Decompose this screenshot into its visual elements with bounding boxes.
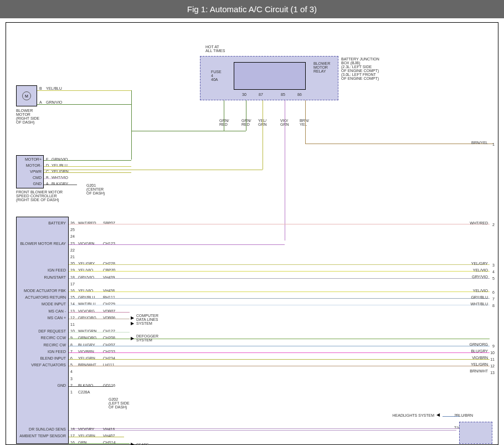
pin-name: IGN FEED	[17, 350, 66, 354]
bjb-label: BATTERY JUNCTION BOX (BJB) (2.3L: LEFT S…	[341, 57, 379, 80]
wire	[37, 104, 131, 105]
pin-name: MODE ACTUATOR FBK	[17, 289, 66, 293]
wire	[37, 90, 131, 91]
fuse-label: FUSE 4 40A	[211, 70, 222, 81]
wire	[131, 90, 132, 160]
blower-motor-box: M	[16, 85, 37, 106]
computer-system-label: COMPUTER DATA LINES SYSTEM	[136, 314, 158, 325]
right-color: YEL/VIO	[473, 289, 488, 293]
wire	[305, 144, 493, 144]
right-num: 10	[490, 351, 495, 355]
relay-pin: 86	[297, 93, 302, 96]
wire	[71, 428, 459, 429]
wire	[224, 100, 224, 131]
wire	[69, 264, 490, 265]
pin-name: DR SUNLOAD SENS	[17, 427, 66, 431]
wire	[443, 416, 459, 417]
wire-id: C228A	[78, 390, 90, 394]
right-num: 6	[492, 290, 495, 294]
arrow-icon: ◀	[436, 412, 440, 417]
pin: B	[39, 86, 42, 90]
right-color: YEL/GRY	[471, 262, 488, 265]
relay-label: BLOWER MOTOR RELAY	[313, 62, 330, 73]
bottom-right-box	[459, 422, 492, 444]
wire	[69, 443, 130, 444]
right-color: YEL/GRN	[471, 362, 488, 366]
pin: 11	[70, 323, 75, 326]
wire	[69, 352, 490, 353]
right-num: 8	[492, 304, 495, 308]
wire	[44, 170, 263, 170]
page-title: Fig 1: Automatic A/C Circuit (1 of 3)	[0, 0, 504, 18]
right-num: 3	[492, 263, 495, 267]
right-num: 4	[492, 270, 495, 274]
right-color: WHT/BLU	[471, 302, 488, 306]
pin: 1	[70, 390, 73, 394]
pin: 22	[70, 248, 75, 252]
pin-name: VREF ACTUATORS	[17, 363, 66, 367]
pin-name: MOTOR+	[17, 157, 42, 161]
pin-name: RUN/START	[17, 275, 66, 279]
wiring-diagram: HOT AT ALL TIMES BLOWER MOTOR RELAY BATT…	[6, 22, 498, 445]
right-color: YEL/VIO	[473, 268, 488, 272]
right-color: GRN/ORG	[470, 342, 488, 346]
right-color: WHT/RED	[470, 221, 488, 225]
wire	[69, 359, 490, 360]
pin-name: VPWR	[17, 170, 42, 173]
relay-pin: 30	[242, 93, 246, 96]
relay-color: BRN/ YEL	[300, 119, 309, 126]
wire	[44, 166, 131, 167]
pin-name: DEF REQUEST	[17, 329, 66, 333]
right-color: VIO/BRN	[472, 356, 488, 360]
gnd-label: G201 (CENTER OF DASH)	[86, 183, 105, 195]
right-color: GRY/VIO	[472, 275, 488, 279]
pin-name: BLOWER MOTOR RELAY	[17, 242, 66, 245]
wire	[69, 430, 456, 431]
relay-pin: 87	[259, 93, 263, 96]
wire	[69, 386, 113, 387]
defogger-system-label: DEFOGGER SYSTEM	[136, 334, 158, 342]
wire	[69, 271, 490, 272]
right-num: 13	[490, 371, 495, 375]
arrow-icon: ▶	[131, 336, 134, 341]
pin-name: MOTOR-	[17, 163, 42, 167]
pin-name: RECIRC CW	[17, 343, 66, 347]
wire	[285, 100, 285, 241]
pin-name: BATTERY	[17, 221, 66, 225]
right-num: 1	[492, 142, 495, 146]
wire	[263, 100, 263, 170]
pin-name: MS CAN -	[17, 309, 66, 313]
right-num: 12	[490, 364, 495, 368]
relay-pin: 85	[281, 93, 285, 96]
wire	[305, 100, 306, 144]
motor-icon: M	[22, 91, 31, 100]
pin-name: GND	[17, 182, 42, 186]
wire	[44, 178, 66, 179]
arrow-icon: ▶	[131, 442, 134, 445]
arrow-icon: ▶	[131, 321, 134, 326]
right-num: 5	[492, 277, 495, 280]
gnd2-label: G202 (LEFT SIDE OF DASH)	[109, 397, 130, 409]
seats-label: SEATS	[136, 443, 148, 445]
wire	[44, 160, 131, 161]
wire	[69, 305, 490, 305]
right-color: BRN/WHT	[470, 369, 488, 373]
right-color: BRN/YEL	[471, 141, 488, 145]
headlights-label: HEADLIGHTS SYSTEM	[393, 413, 434, 417]
wire	[69, 278, 490, 279]
wire-color: YEL/BLU	[46, 86, 62, 90]
wire	[44, 172, 131, 173]
wire	[69, 244, 285, 245]
pin: A	[39, 100, 42, 104]
wire	[69, 298, 490, 299]
wire	[69, 291, 490, 292]
pin-name: RECIRC CCW	[17, 336, 66, 340]
right-color: GRY/BLU	[471, 295, 488, 299]
wire	[69, 224, 490, 224]
right-num: 11	[490, 357, 495, 361]
pin-name: MODE INPUT	[17, 302, 66, 306]
pin-name: BLEND INPUT	[17, 356, 66, 360]
wire	[69, 437, 124, 437]
wire	[131, 131, 246, 131]
speed-ctrl-label: FRONT BLOWER MOTOR SPEED CONTROLLER (RIG…	[16, 190, 63, 202]
